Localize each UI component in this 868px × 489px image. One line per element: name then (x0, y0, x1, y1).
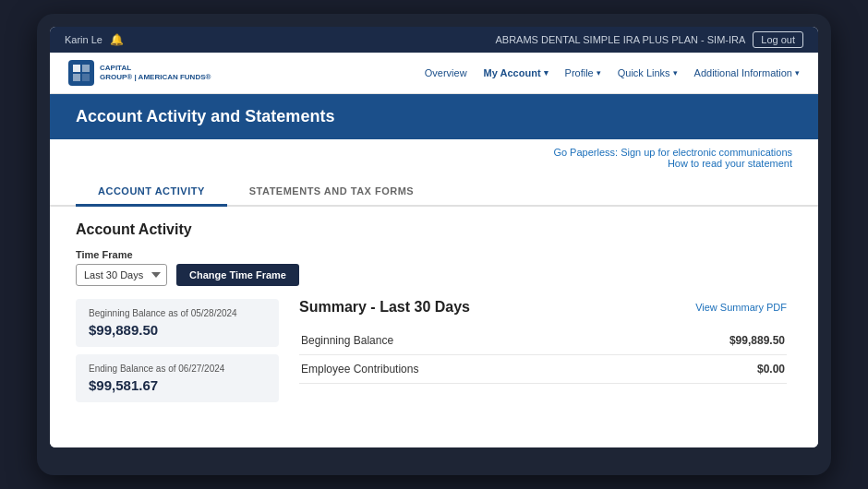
beginning-balance-card: Beginning Balance as of 05/28/2024 $99,8… (76, 299, 279, 347)
svg-rect-0 (68, 60, 94, 86)
nav-myaccount[interactable]: My Account ▾ (484, 67, 549, 78)
nav-overview[interactable]: Overview (425, 67, 467, 78)
additionalinfo-chevron-icon: ▾ (795, 68, 800, 78)
summary-row-label: Employee Contributions (299, 355, 627, 384)
summary-header: Summary - Last 30 Days View Summary PDF (299, 299, 787, 316)
view-summary-pdf-link[interactable]: View Summary PDF (695, 302, 787, 313)
profile-chevron-icon: ▾ (597, 68, 601, 78)
nav-bar: CAPITAL GROUP® | AMERICAN FUNDS® Overvie… (50, 53, 818, 94)
links-row: Go Paperless: Sign up for electronic com… (50, 139, 818, 173)
logo-area: CAPITAL GROUP® | AMERICAN FUNDS® (68, 60, 211, 86)
nav-myaccount-label: My Account (484, 67, 541, 78)
table-row: Employee Contributions $0.00 (299, 355, 787, 384)
summary-row-label: Beginning Balance (299, 327, 627, 355)
nav-links: Overview My Account ▾ Profile ▾ Quick Li… (425, 67, 800, 78)
table-row: Beginning Balance $99,889.50 (299, 327, 787, 355)
svg-rect-2 (82, 65, 90, 72)
content-grid: Beginning Balance as of 05/28/2024 $99,8… (76, 299, 792, 402)
svg-rect-1 (73, 65, 80, 72)
svg-rect-3 (73, 74, 80, 81)
time-frame-label: Time Frame (76, 249, 790, 260)
time-frame-row: Last 30 Days Last 60 Days Last 90 Days Y… (76, 264, 792, 286)
nav-additionalinfo-label: Additional Information (694, 67, 792, 78)
nav-quicklinks[interactable]: Quick Links ▾ (618, 67, 678, 78)
section-title: Account Activity (76, 221, 792, 238)
summary-panel: Summary - Last 30 Days View Summary PDF … (294, 299, 792, 402)
myaccount-chevron-icon: ▾ (544, 68, 549, 78)
screen: Karin Le 🔔 ABRAMS DENTAL SIMPLE IRA PLUS… (50, 27, 818, 447)
nav-overview-label: Overview (425, 67, 467, 78)
summary-title: Summary - Last 30 Days (299, 299, 470, 316)
paperless-link[interactable]: Go Paperless: Sign up for electronic com… (76, 147, 792, 158)
logo-line1: CAPITAL (100, 64, 211, 73)
ending-balance-card: Ending Balance as of 06/27/2024 $99,581.… (76, 354, 279, 402)
page-header: Account Activity and Statements (50, 94, 818, 139)
logo-text: CAPITAL GROUP® | AMERICAN FUNDS® (100, 64, 211, 81)
summary-row-value: $99,889.50 (627, 327, 787, 355)
top-bar-left: Karin Le 🔔 (65, 33, 124, 46)
ending-balance-value: $99,581.67 (89, 377, 266, 393)
logo-line2: GROUP® | AMERICAN FUNDS® (100, 73, 211, 82)
bell-icon[interactable]: 🔔 (110, 33, 124, 46)
summary-table: Beginning Balance $99,889.50 Employee Co… (299, 327, 787, 384)
quicklinks-chevron-icon: ▾ (673, 68, 678, 78)
svg-rect-4 (82, 74, 90, 81)
beginning-balance-label: Beginning Balance as of 05/28/2024 (89, 308, 266, 318)
top-bar-right: ABRAMS DENTAL SIMPLE IRA PLUS PLAN - SIM… (496, 31, 804, 48)
nav-profile[interactable]: Profile ▾ (565, 67, 601, 78)
summary-row-value: $0.00 (627, 355, 787, 384)
username-label: Karin Le (65, 34, 102, 45)
main-content: Account Activity Time Frame Last 30 Days… (50, 207, 818, 447)
beginning-balance-value: $99,889.50 (89, 322, 266, 338)
ending-balance-label: Ending Balance as of 06/27/2024 (89, 364, 266, 374)
tab-statements-tax[interactable]: STATEMENTS AND TAX FORMS (227, 176, 436, 207)
laptop-frame: Karin Le 🔔 ABRAMS DENTAL SIMPLE IRA PLUS… (37, 14, 831, 475)
logout-button[interactable]: Log out (753, 31, 803, 48)
tab-account-activity[interactable]: ACCOUNT ACTIVITY (76, 176, 227, 207)
page-title: Account Activity and Statements (76, 107, 792, 126)
logo-icon (68, 60, 94, 86)
nav-quicklinks-label: Quick Links (618, 67, 670, 78)
tabs: ACCOUNT ACTIVITY STATEMENTS AND TAX FORM… (50, 176, 818, 207)
balance-cards: Beginning Balance as of 05/28/2024 $99,8… (76, 299, 279, 402)
howto-link[interactable]: How to read your statement (76, 158, 792, 169)
time-frame-select[interactable]: Last 30 Days Last 60 Days Last 90 Days Y… (76, 264, 167, 286)
plan-label: ABRAMS DENTAL SIMPLE IRA PLUS PLAN - SIM… (496, 34, 746, 45)
top-bar: Karin Le 🔔 ABRAMS DENTAL SIMPLE IRA PLUS… (50, 27, 818, 53)
change-timeframe-button[interactable]: Change Time Frame (176, 264, 299, 286)
nav-profile-label: Profile (565, 67, 594, 78)
nav-additionalinfo[interactable]: Additional Information ▾ (694, 67, 800, 78)
